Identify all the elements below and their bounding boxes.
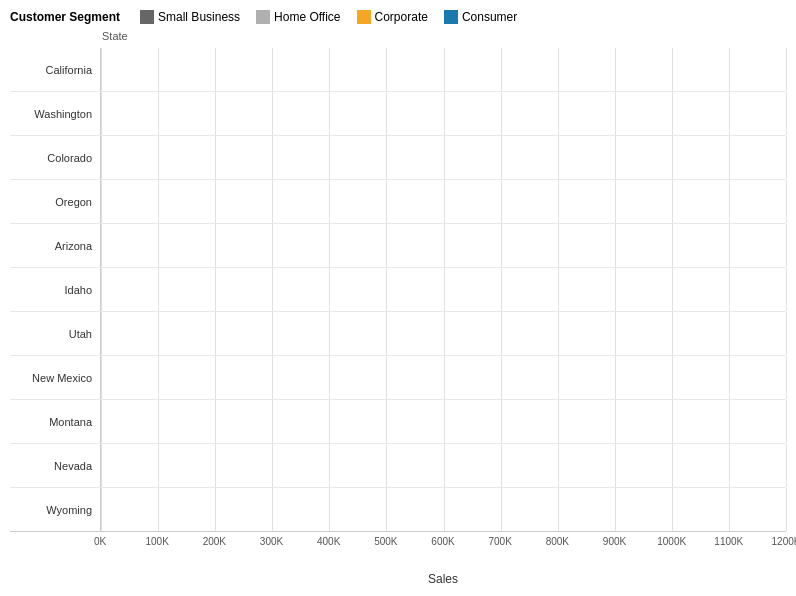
state-name-label: Wyoming [10, 504, 100, 516]
x-tick: 300K [260, 536, 283, 547]
x-axis-label: Sales [100, 568, 786, 586]
state-name-label: California [10, 64, 100, 76]
x-tick: 700K [488, 536, 511, 547]
table-row: Montana [10, 400, 786, 444]
legend-item: Corporate [357, 10, 428, 24]
table-row: New Mexico [10, 356, 786, 400]
legend-title: Customer Segment [10, 10, 120, 24]
table-row: Wyoming [10, 488, 786, 531]
x-tick: 600K [431, 536, 454, 547]
table-row: Oregon [10, 180, 786, 224]
table-row: Idaho [10, 268, 786, 312]
legend-swatch [256, 10, 270, 24]
legend-label: Home Office [274, 10, 340, 24]
legend-label: Consumer [462, 10, 517, 24]
x-tick: 900K [603, 536, 626, 547]
state-axis-label: State [100, 30, 128, 48]
x-tick: 1100K [714, 536, 743, 547]
x-tick: 0K [94, 536, 106, 547]
state-name-label: Colorado [10, 152, 100, 164]
x-tick: 100K [145, 536, 168, 547]
chart-legend: Customer Segment Small BusinessHome Offi… [10, 10, 786, 24]
table-row: Arizona [10, 224, 786, 268]
table-row: Utah [10, 312, 786, 356]
state-name-label: Arizona [10, 240, 100, 252]
legend-item: Consumer [444, 10, 517, 24]
legend-item: Small Business [140, 10, 240, 24]
x-tick: 500K [374, 536, 397, 547]
state-name-label: Washington [10, 108, 100, 120]
legend-label: Small Business [158, 10, 240, 24]
legend-swatch [140, 10, 154, 24]
x-tick: 400K [317, 536, 340, 547]
x-tick: 1200K [772, 536, 796, 547]
legend-swatch [444, 10, 458, 24]
table-row: Washington [10, 92, 786, 136]
x-tick: 800K [546, 536, 569, 547]
table-row: Colorado [10, 136, 786, 180]
state-name-label: Nevada [10, 460, 100, 472]
state-name-label: New Mexico [10, 372, 100, 384]
state-name-label: Idaho [10, 284, 100, 296]
x-tick: 200K [203, 536, 226, 547]
legend-label: Corporate [375, 10, 428, 24]
table-row: Nevada [10, 444, 786, 488]
state-name-label: Montana [10, 416, 100, 428]
x-tick: 1000K [657, 536, 686, 547]
chart-container: Customer Segment Small BusinessHome Offi… [0, 0, 796, 596]
state-name-label: Oregon [10, 196, 100, 208]
legend-swatch [357, 10, 371, 24]
table-row: California [10, 48, 786, 92]
state-name-label: Utah [10, 328, 100, 340]
legend-item: Home Office [256, 10, 340, 24]
